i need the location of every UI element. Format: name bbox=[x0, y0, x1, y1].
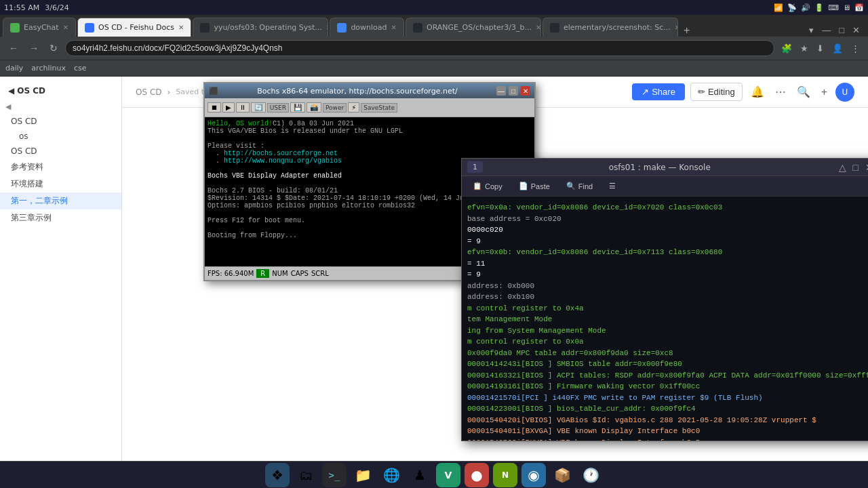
tab-easychat[interactable]: EasyChat ✕ bbox=[3, 18, 76, 37]
t-line-10: m control register to 0x4a bbox=[467, 303, 868, 314]
tab-favicon-download bbox=[337, 23, 347, 33]
new-tab-button[interactable]: + bbox=[679, 24, 694, 37]
add-button[interactable]: + bbox=[818, 83, 830, 101]
sidebar-item-chapter3[interactable]: 第三章示例 bbox=[0, 209, 121, 226]
tab-os-cd[interactable]: OS CD - Feishu Docs ✕ bbox=[77, 18, 191, 37]
network-icon[interactable]: 📶 bbox=[774, 3, 783, 12]
tab-github-osfs03[interactable]: yyu/osfs03: Operating Syst... ✕ bbox=[193, 18, 328, 37]
browser-chrome: EasyChat ✕ OS CD - Feishu Docs ✕ yyu/osf… bbox=[0, 15, 868, 77]
maximize-browser-button[interactable]: □ bbox=[836, 24, 847, 37]
top-taskbar-right: 📶 📡 🔊 🔋 ⌨ 🖥 📅 bbox=[774, 3, 864, 12]
tab-github-elementary[interactable]: elementary/screenshot: Sc... ✕ bbox=[542, 18, 678, 37]
sidebar-item-setup[interactable]: 环境搭建 bbox=[0, 176, 121, 192]
bochs-btn-2[interactable]: ▶ bbox=[222, 102, 235, 113]
app-red-icon: ● bbox=[471, 467, 482, 483]
menu-button[interactable]: ⋮ bbox=[848, 42, 863, 55]
bochs-btn-7[interactable]: ⚡ bbox=[348, 102, 359, 113]
tab-list-button[interactable]: ▾ bbox=[806, 24, 816, 37]
url-bar[interactable] bbox=[65, 40, 774, 56]
bochs-close-button[interactable]: ✕ bbox=[521, 86, 530, 96]
avatar[interactable]: U bbox=[835, 83, 854, 102]
taskbar-app-blue[interactable]: ◉ bbox=[521, 463, 546, 487]
search-button[interactable]: 🔍 bbox=[794, 83, 813, 101]
sidebar-left-icon[interactable]: ◀ bbox=[5, 102, 11, 111]
find-icon: 🔍 bbox=[566, 182, 576, 190]
tab-github-orange[interactable]: ORANGE_OS/chapter3/3_b... ✕ bbox=[406, 18, 541, 37]
bookmark-cse[interactable]: cse bbox=[74, 64, 87, 73]
taskbar-gdebi[interactable]: 📦 bbox=[550, 463, 574, 487]
bochs-btn-5[interactable]: 💾 bbox=[290, 102, 305, 113]
tab-close-download[interactable]: ✕ bbox=[391, 24, 397, 31]
copy-button[interactable]: 📋 Copy bbox=[467, 180, 508, 192]
konsole-close-button[interactable]: ✕ bbox=[863, 162, 868, 173]
sidebar-item-chapter12[interactable]: 第一，二章示例 bbox=[0, 192, 121, 209]
profile-button[interactable]: 👤 bbox=[829, 42, 846, 55]
keyboard-icon[interactable]: ⌨ bbox=[828, 3, 839, 12]
taskbar-clock[interactable]: 🕐 bbox=[578, 463, 603, 487]
t-line-4: = 9 bbox=[467, 236, 868, 247]
bookmark-button[interactable]: ★ bbox=[797, 42, 811, 55]
tab-label-download: download bbox=[351, 23, 387, 32]
bookmark-bar: daily archlinux cse bbox=[0, 60, 868, 76]
bell-button[interactable]: 🔔 bbox=[748, 83, 767, 101]
find-button[interactable]: 🔍 Find bbox=[561, 180, 598, 192]
taskbar-chromium[interactable]: 🌐 bbox=[379, 463, 403, 487]
calendar-icon[interactable]: 📅 bbox=[854, 3, 864, 12]
share-button[interactable]: ↗ Share bbox=[632, 83, 685, 100]
reload-button[interactable]: ↻ bbox=[46, 41, 61, 55]
bochs-btn-6[interactable]: 📸 bbox=[307, 102, 321, 113]
bottom-taskbar: ❖ 🗂 >_ 📁 🌐 ♟ V ● N ◉ 📦 🕐 bbox=[0, 461, 868, 488]
tab-close-github-orange[interactable]: ✕ bbox=[536, 24, 541, 31]
tab-label-github-orange: ORANGE_OS/chapter3/3_b... bbox=[427, 23, 532, 32]
tab-close-easychat[interactable]: ✕ bbox=[63, 24, 68, 31]
sidebar-item-os-cd-main[interactable]: OS CD bbox=[0, 144, 121, 159]
volume-icon[interactable]: 🔊 bbox=[801, 3, 810, 12]
sidebar-item-os[interactable]: os bbox=[0, 129, 121, 144]
minimize-browser-button[interactable]: — bbox=[819, 24, 833, 37]
bochs-btn-1[interactable]: ⏹ bbox=[208, 102, 221, 113]
bochs-line-2: This VGA/VBE Bios is released under the … bbox=[208, 127, 532, 135]
bochs-btn-3[interactable]: ⏸ bbox=[236, 102, 250, 113]
editing-button[interactable]: ✏ Editing bbox=[690, 83, 743, 101]
extensions-button[interactable]: 🧩 bbox=[778, 42, 795, 55]
taskbar-nvidia[interactable]: N bbox=[493, 463, 517, 487]
taskbar-kde-menu[interactable]: ❖ bbox=[265, 463, 290, 487]
bochs-line-4: Please visit : bbox=[208, 142, 532, 150]
taskbar-terminal[interactable]: >_ bbox=[322, 463, 347, 487]
sidebar-collapse-icon[interactable]: ◀ bbox=[8, 86, 14, 96]
t-line-8: address: 0xb000 bbox=[467, 281, 868, 292]
download-button[interactable]: ⬇ bbox=[814, 42, 827, 55]
close-browser-button[interactable]: ✕ bbox=[850, 24, 863, 37]
taskbar-app-red[interactable]: ● bbox=[465, 463, 489, 487]
bochs-minimize-button[interactable]: — bbox=[496, 86, 506, 96]
tab-bar: EasyChat ✕ OS CD - Feishu Docs ✕ yyu/osf… bbox=[0, 15, 868, 37]
sidebar-item-references[interactable]: 参考资料 bbox=[0, 159, 121, 176]
tab-close-github-osfs03[interactable]: ✕ bbox=[326, 24, 329, 31]
tab-download[interactable]: download ✕ bbox=[330, 18, 404, 37]
bochs-section-power: Power bbox=[323, 103, 347, 113]
konsole-triangle-btn[interactable]: △ bbox=[837, 162, 848, 173]
konsole-more-button[interactable]: ☰ bbox=[604, 180, 621, 192]
bluetooth-icon[interactable]: 📡 bbox=[787, 3, 797, 12]
forward-button[interactable]: → bbox=[26, 41, 42, 55]
bochs-maximize-button[interactable]: □ bbox=[509, 86, 518, 96]
tab-close-os-cd[interactable]: ✕ bbox=[178, 24, 184, 31]
bookmark-daily[interactable]: daily bbox=[5, 64, 23, 73]
taskbar-file-manager[interactable]: 🗂 bbox=[294, 463, 318, 487]
konsole-terminal[interactable]: efvn=0x0a: vendor_id=0x8086 device_id=0x… bbox=[462, 197, 868, 441]
taskbar-vectr[interactable]: V bbox=[436, 463, 460, 487]
sidebar-item-os-cd[interactable]: OS CD bbox=[0, 114, 121, 129]
bochs-line-5: . http://bochs.sourceforge.net bbox=[208, 150, 532, 157]
tab-close-github-elementary[interactable]: ✕ bbox=[675, 24, 678, 31]
taskbar-steam[interactable]: ♟ bbox=[408, 463, 432, 487]
back-button[interactable]: ← bbox=[5, 41, 22, 55]
konsole-maximize-button[interactable]: □ bbox=[851, 162, 861, 173]
bookmark-archlinux[interactable]: archlinux bbox=[31, 64, 66, 73]
bochs-btn-4[interactable]: 🔄 bbox=[251, 102, 266, 113]
taskbar-files[interactable]: 📁 bbox=[351, 463, 375, 487]
bochs-indicator-caps: CAPS bbox=[291, 270, 309, 277]
paste-button[interactable]: 📄 Paste bbox=[513, 180, 555, 192]
display-icon[interactable]: 🖥 bbox=[843, 3, 850, 12]
konsole-toolbar: 📋 Copy 📄 Paste 🔍 Find ☰ bbox=[462, 176, 868, 197]
more-button[interactable]: ⋯ bbox=[772, 83, 789, 101]
